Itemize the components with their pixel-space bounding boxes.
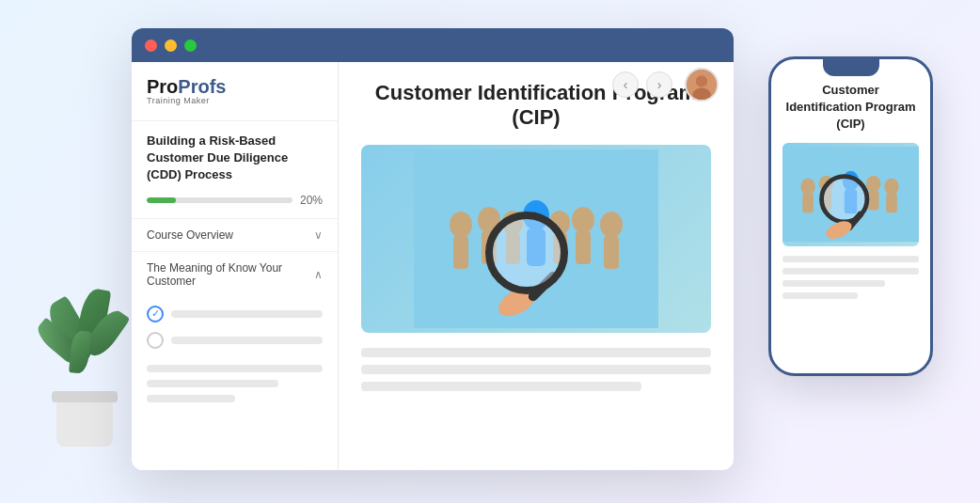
sidebar-sub-item-current[interactable] [147,327,323,354]
sidebar-pline-1 [147,365,323,372]
progress-bar-container: 20% [132,194,338,218]
phone-placeholder-lines [782,256,919,299]
traffic-light-green[interactable] [184,39,197,52]
svg-point-1 [696,75,707,86]
sidebar-kyc-subitems: ✓ [132,297,338,361]
plant-decoration [28,277,141,447]
sidebar-section-overview: Course Overview ∨ [132,218,338,251]
course-title: Building a Risk-Based Customer Due Dilig… [132,133,338,194]
browser-content: ProProfs Training Maker Building a Risk-… [132,62,734,470]
traffic-light-red[interactable] [145,39,157,52]
nav-forward-button[interactable]: › [646,71,672,98]
lesson-image [361,145,711,333]
logo-pro: Pro [147,76,178,97]
main-content: Customer Identification Program (CIP) [339,62,734,470]
sidebar-placeholder-lines [132,361,338,406]
svg-rect-23 [802,193,814,212]
svg-point-2 [692,88,711,102]
sidebar-section-kyc: The Meaning of Know Your Customer ∧ ✓ [132,251,338,361]
sub-item-line-2 [171,337,323,344]
sidebar-kyc-label: The Meaning of Know Your Customer [147,261,314,288]
phone-line-3 [782,280,885,287]
phone-content: Customer Identification Program (CIP) [771,59,930,373]
phone-lesson-image [782,143,919,246]
svg-point-12 [600,212,623,238]
sidebar: ProProfs Training Maker Building a Risk-… [132,62,339,470]
sidebar-kyc-chevron: ∧ [314,268,323,281]
content-line-3 [361,382,641,391]
svg-point-20 [489,215,564,291]
traffic-light-yellow[interactable] [165,39,177,52]
svg-point-30 [884,179,898,195]
svg-rect-5 [453,236,468,269]
sidebar-pline-2 [147,380,278,387]
svg-rect-11 [576,231,591,264]
phone-line-1 [782,256,919,262]
svg-point-10 [572,207,594,233]
check-circle-completed: ✓ [147,306,164,322]
sidebar-overview-chevron: ∨ [314,228,323,242]
nav-back-button[interactable]: ‹ [612,71,639,98]
svg-rect-29 [868,190,879,210]
browser-window: ‹ › ProProfs Training Make [132,28,734,470]
content-placeholder-lines [361,348,711,391]
browser-titlebar [132,28,734,62]
phone-mockup: Customer Identification Program (CIP) [768,56,933,376]
svg-rect-31 [886,193,897,212]
content-line-2 [361,365,711,374]
scene: ‹ › ProProfs Training Make [0,0,980,503]
progress-fill [147,197,176,203]
phone-lesson-title: Customer Identification Program (CIP) [782,82,919,134]
sidebar-pline-3 [147,395,235,402]
svg-point-28 [866,176,880,192]
sidebar-sub-item-completed[interactable]: ✓ [147,301,323,327]
phone-line-2 [782,268,919,275]
svg-point-22 [800,179,814,195]
phone-line-4 [782,292,858,299]
sidebar-overview-header[interactable]: Course Overview ∨ [132,219,338,251]
sidebar-overview-label: Course Overview [147,228,314,242]
check-mark-icon: ✓ [151,307,160,320]
empty-circle-icon [147,332,164,349]
sub-item-line-1 [171,310,323,318]
progress-track [147,197,292,203]
content-line-1 [361,348,711,357]
svg-rect-13 [604,236,619,269]
phone-notch [823,59,879,76]
sidebar-kyc-header[interactable]: The Meaning of Know Your Customer ∧ [132,252,338,297]
logo-subtitle: Training Maker [147,96,323,105]
svg-point-4 [450,212,472,238]
progress-percent: 20% [300,194,323,207]
logo-area: ProProfs Training Maker [132,77,338,121]
user-avatar[interactable] [685,68,719,102]
logo-profs: Profs [178,76,226,97]
